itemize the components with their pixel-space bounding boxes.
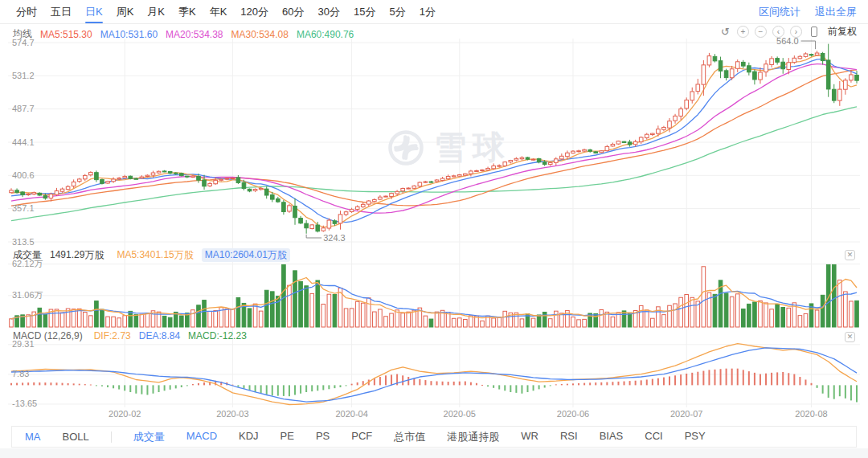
candle-body	[503, 162, 507, 166]
volume-bar	[662, 315, 666, 327]
candle-body	[481, 170, 485, 170]
volume-bar	[855, 301, 859, 327]
volume-bar	[208, 311, 212, 327]
candle-body	[497, 166, 502, 166]
macd-hist-bar	[62, 383, 63, 386]
macd-hist-bar	[567, 384, 568, 386]
indicator-button-MA[interactable]: MA	[25, 431, 41, 443]
indicator-button-CCI[interactable]: CCI	[645, 430, 662, 444]
candle-body	[457, 175, 461, 177]
macd-hist-bar	[459, 382, 461, 386]
candle-body	[674, 116, 678, 121]
candle-body	[43, 196, 47, 198]
date-axis-label: 2020-02	[108, 409, 141, 419]
candle-body	[855, 75, 859, 80]
candle-body	[361, 204, 365, 207]
candle-body	[509, 161, 513, 162]
macd-hist-bar	[73, 383, 75, 385]
candle-body	[770, 59, 774, 65]
volume-bar	[77, 309, 81, 327]
adjust-mode-button[interactable]: 前复权	[828, 25, 857, 39]
date-axis-label: 2020-06	[557, 409, 589, 419]
price-ma5-line	[11, 55, 857, 227]
ma-legend-item-3: MA30:534.08	[231, 29, 289, 40]
macd-hist-bar	[260, 385, 262, 393]
volume-bar	[123, 316, 127, 327]
volume-bar	[129, 311, 133, 327]
macd-hist-bar	[782, 372, 784, 385]
pan-right-icon[interactable]: ›	[790, 26, 802, 38]
chart-canvas[interactable]: 574.7531.2487.7444.1400.6357.1313.562.12…	[0, 0, 868, 458]
volume-panel-close-icon[interactable]: ✕	[845, 250, 855, 260]
candle-body	[355, 207, 359, 209]
volume-bar	[361, 303, 365, 327]
candle-body	[429, 182, 433, 182]
candle-body	[288, 206, 292, 211]
candle-body	[702, 65, 706, 84]
zoom-in-icon[interactable]: +	[737, 26, 749, 38]
volume-bar	[741, 309, 745, 327]
volume-bar	[140, 314, 144, 327]
indicator-button-PS[interactable]: PS	[316, 430, 330, 444]
candle-body	[344, 212, 348, 215]
volume-axis-label: 31.06万	[12, 290, 43, 300]
indicator-button-港股通持股[interactable]: 港股通持股	[447, 430, 499, 444]
volume-bar	[145, 313, 149, 327]
macd-hist-bar	[448, 382, 449, 385]
indicator-button-PSY[interactable]: PSY	[685, 430, 706, 444]
macd-hist-bar	[669, 376, 670, 385]
candle-body	[379, 197, 383, 199]
candle-body	[32, 193, 36, 194]
indicator-button-BIAS[interactable]: BIAS	[600, 430, 624, 444]
volume-bar	[305, 286, 309, 327]
volume-bar	[270, 292, 274, 327]
indicator-button-总市值[interactable]: 总市值	[394, 430, 425, 444]
mobile-icon[interactable]	[808, 26, 820, 38]
candle-body	[321, 228, 326, 231]
volume-bar	[713, 294, 717, 327]
reset-icon[interactable]: ↺	[719, 26, 731, 38]
volume-bar	[770, 309, 774, 327]
macd-hist-bar	[589, 382, 591, 385]
macd-hist-bar	[84, 384, 86, 385]
volume-bar	[100, 309, 104, 327]
candle-body	[588, 149, 592, 151]
candle-body	[571, 151, 575, 153]
macd-hist-bar	[192, 384, 194, 385]
macd-hist-bar	[702, 371, 704, 386]
ma-legend-title: 均线	[13, 27, 32, 41]
indicator-button-WR[interactable]: WR	[521, 430, 538, 444]
volume-bar	[327, 294, 331, 327]
price-ma30-line	[11, 70, 857, 206]
macd-hist-bar	[652, 379, 653, 386]
volume-bar	[248, 309, 252, 327]
candle-body	[446, 177, 450, 179]
candle-body	[724, 71, 728, 78]
volume-legend-title: 成交量	[13, 248, 42, 262]
volume-bar	[316, 280, 320, 327]
indicator-button-KDJ[interactable]: KDJ	[239, 430, 259, 444]
zoom-out-icon[interactable]: −	[755, 26, 767, 38]
volume-bar	[832, 264, 836, 327]
indicator-button-PE[interactable]: PE	[280, 430, 294, 444]
candle-body	[645, 134, 649, 137]
volume-bar	[168, 317, 172, 327]
macd-panel-close-icon[interactable]: ✕	[845, 332, 855, 342]
indicator-button-BOLL[interactable]: BOLL	[63, 431, 89, 443]
macd-hist-bar	[612, 382, 613, 385]
indicator-button-成交量[interactable]: 成交量	[133, 430, 165, 444]
pan-left-icon[interactable]: ‹	[772, 26, 784, 38]
macd-hist-bar	[663, 378, 665, 386]
candle-body	[282, 202, 286, 212]
indicator-button-PCF[interactable]: PCF	[351, 430, 372, 444]
candle-body	[134, 178, 138, 179]
indicator-button-MACD[interactable]: MACD	[186, 430, 217, 444]
candle-body	[191, 176, 195, 177]
macd-hist-bar	[498, 385, 500, 389]
candle-body	[174, 173, 178, 174]
macd-hist-bar	[249, 385, 251, 390]
volume-ma5-label: MA5:3401.15万股	[117, 248, 193, 262]
indicator-button-RSI[interactable]: RSI	[560, 430, 578, 444]
macd-hist-bar	[833, 385, 835, 399]
volume-bar	[321, 305, 326, 327]
